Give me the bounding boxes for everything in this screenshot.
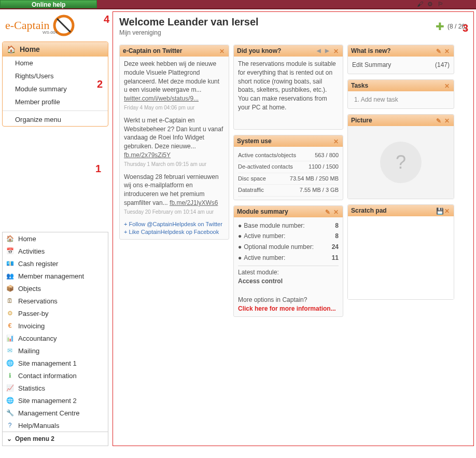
nav-label: Statistics <box>18 384 45 392</box>
nav-icon: ? <box>6 421 14 429</box>
nav-item[interactable]: 📦Objects <box>3 282 108 295</box>
tweet-text: Werkt u met e-Captain en Websitebeheer 2… <box>124 117 223 150</box>
nav-item[interactable]: 👥Member management <box>3 270 108 282</box>
placeholder-image-icon: ? <box>380 142 422 183</box>
nav-icon: 🗓 <box>6 297 14 305</box>
home-menu-item[interactable]: Rights/Users <box>3 70 108 82</box>
system-row: Disc space73.54 MB / 250 MB <box>238 173 339 185</box>
tool-icon-2[interactable]: ⚙ <box>427 1 435 8</box>
close-icon[interactable]: ✕ <box>444 82 451 89</box>
whatsnew-header[interactable]: What is new? ✎ ✕ <box>348 45 454 57</box>
nav-icon: ⚙ <box>6 309 14 317</box>
scratchpad-textarea[interactable] <box>348 216 454 299</box>
nav-icon: 🔧 <box>6 409 14 417</box>
nav-item[interactable]: 📈Statistics <box>3 382 108 394</box>
tool-icon-3[interactable]: 🏳 <box>438 1 445 8</box>
nav-item[interactable]: ℹContact information <box>3 369 108 382</box>
nav-icon: 🌐 <box>6 359 14 367</box>
system-row: Active contacts/objects563 / 800 <box>238 150 339 161</box>
nav-item[interactable]: 📅Activities <box>3 245 108 257</box>
annotation-4: 4 <box>104 13 109 25</box>
home-menu-item[interactable]: Home <box>3 57 108 70</box>
module-label: ●Active number: <box>238 254 285 262</box>
nav-item[interactable]: 📊Accountancy <box>3 332 108 344</box>
nav-item[interactable]: 🌐Site management 1 <box>3 357 108 369</box>
plus-icon[interactable]: ✚ <box>436 20 444 33</box>
close-icon[interactable]: ✕ <box>444 207 451 214</box>
system-value: 563 / 800 <box>315 151 339 159</box>
nav-icon: 📦 <box>6 284 14 293</box>
close-icon[interactable]: ✕ <box>444 48 451 54</box>
modsummary-header[interactable]: Module summary ✎ ✕ <box>234 206 343 217</box>
picture-header[interactable]: Picture ✎ ✕ <box>348 115 454 126</box>
add-task-link[interactable]: 1. Add new task <box>352 94 450 105</box>
nav-item[interactable]: 💶Cash register <box>3 257 108 270</box>
systemuse-header[interactable]: System use ✕ <box>234 135 343 147</box>
edit-icon[interactable]: ✎ <box>325 209 331 215</box>
home-menu-panel: 🏠 Home HomeRights/UsersModule summaryMem… <box>2 41 108 127</box>
nav-item[interactable]: ✉Mailing <box>3 344 108 357</box>
tweet-link[interactable]: twitter.com/i/web/status/9... <box>124 95 199 102</box>
more-info-link[interactable]: Click here for more information... <box>238 304 339 313</box>
nav-label: Cash register <box>18 260 58 268</box>
like-facebook-link[interactable]: + Like CaptainHelpdesk op Facebook <box>124 228 225 236</box>
chevron-down-icon: ⌄ <box>7 435 12 442</box>
tweet-link[interactable]: fb.me/2J1lyXWs6 <box>170 199 218 206</box>
nav-label: Objects <box>18 285 41 293</box>
organize-menu-link[interactable]: Organize menu <box>3 113 108 126</box>
tool-icon-1[interactable]: 🖌 <box>417 1 424 8</box>
tasks-widget: Tasks ✕ 1. Add new task <box>347 79 454 109</box>
save-icon[interactable]: 💾 <box>436 207 442 214</box>
nav-item[interactable]: 🌐Site management 2 <box>3 394 108 407</box>
home-icon: 🏠 <box>7 45 16 53</box>
twitter-widget-header[interactable]: e-Captain on Twitter ✕ <box>120 45 229 57</box>
whatsnew-row[interactable]: Edit Summary (147) <box>352 60 450 71</box>
nav-label: Help/Manuals <box>18 422 60 429</box>
close-icon[interactable]: ✕ <box>444 117 451 123</box>
nav-item[interactable]: 🏠Home <box>3 232 108 245</box>
picture-widget: Picture ✎ ✕ ? <box>347 114 454 199</box>
logo-subtext: WS-004 <box>43 30 58 35</box>
tweet-time: Tuesday 20 February om 10:14 am uur <box>124 209 214 215</box>
open-menu-toggle[interactable]: ⌄Open menu 2 <box>3 432 108 446</box>
latest-module-label: Latest module: <box>238 268 339 277</box>
module-row: ●Active number:8 <box>238 231 339 242</box>
close-icon[interactable]: ✕ <box>333 209 340 215</box>
nav-icon: 🏠 <box>6 234 14 243</box>
prev-icon[interactable]: ◀ <box>317 48 323 54</box>
welcome-subtitle: Mijn vereniging <box>119 29 259 36</box>
module-value: 8 <box>335 221 339 230</box>
close-icon[interactable]: ✕ <box>333 138 340 144</box>
nav-item[interactable]: €Invoicing <box>3 320 108 332</box>
home-menu-title: Home <box>20 45 40 53</box>
nav-icon: 📊 <box>6 334 14 342</box>
module-value: 11 <box>332 254 339 262</box>
twitter-widget: e-Captain on Twitter ✕ Deze week hebben … <box>119 45 229 240</box>
online-help-button[interactable]: Online help <box>0 0 97 8</box>
whatsnew-body: Edit Summary (147) <box>348 57 454 74</box>
close-icon[interactable]: ✕ <box>333 48 340 54</box>
nav-item[interactable]: 🗓Reservations <box>3 295 108 307</box>
nav-item[interactable]: ⚙Passer-by <box>3 307 108 320</box>
home-menu-item[interactable]: Member profile <box>3 95 108 108</box>
modsummary-widget: Module summary ✎ ✕ ●Base module number:8… <box>233 205 343 317</box>
nav-item[interactable]: ?Help/Manuals <box>3 419 108 432</box>
system-label: Disc space <box>238 175 266 183</box>
nav-label: Reservations <box>18 297 58 305</box>
next-icon[interactable]: ▶ <box>325 48 331 54</box>
tasks-header[interactable]: Tasks ✕ <box>348 80 454 91</box>
modsummary-body: ●Base module number:8●Active number:8●Op… <box>234 217 343 316</box>
scratchpad-header[interactable]: Scratch pad 💾 ✕ <box>348 205 454 216</box>
home-menu-item[interactable]: Module summary <box>3 82 108 95</box>
nav-item[interactable]: 🔧Management Centre <box>3 407 108 419</box>
system-value: 73.54 MB / 250 MB <box>290 175 339 183</box>
tweet-link[interactable]: fb.me/2x79sZi5Y <box>124 151 171 159</box>
edit-icon[interactable]: ✎ <box>436 48 442 54</box>
close-icon[interactable]: ✕ <box>219 48 226 54</box>
system-row: Datatraffic7.55 MB / 3 GB <box>238 185 339 196</box>
follow-twitter-link[interactable]: + Follow @CaptainHelpdesk on Twitter <box>124 220 225 228</box>
didyouknow-header[interactable]: Did you know? ◀ ▶ ✕ <box>234 45 343 57</box>
edit-icon[interactable]: ✎ <box>436 117 442 123</box>
nav-icon: 👥 <box>6 272 14 280</box>
home-menu-header[interactable]: 🏠 Home <box>3 42 108 57</box>
